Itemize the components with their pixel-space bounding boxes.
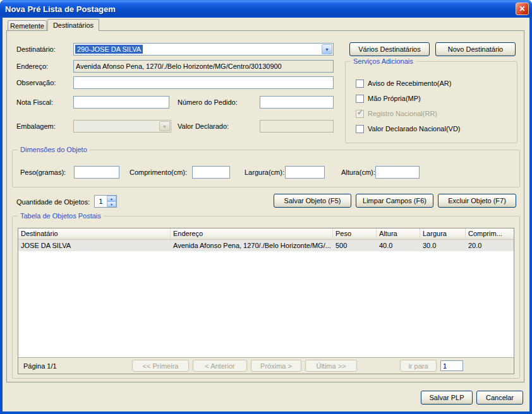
- tabela-objetos-group: Tabela de Objetos Postais Destinatário E…: [12, 216, 520, 379]
- numero-pedido-input[interactable]: [260, 96, 334, 109]
- destinatario-select[interactable]: 290-JOSE DA SILVA ▼: [73, 43, 334, 56]
- comprimento-label: Comprimento(cm):: [130, 168, 187, 177]
- altura-label: Altura(cm):: [341, 168, 375, 177]
- close-icon: ✕: [519, 4, 525, 13]
- col-header-largura[interactable]: Largura: [420, 228, 466, 239]
- dimensoes-group: Dimensões do Objeto Peso(gramas): Compri…: [12, 150, 520, 187]
- cell-destinatario: JOSE DA SILVA: [18, 240, 171, 251]
- numero-pedido-label: Número do Pedido:: [178, 98, 238, 107]
- down-glyph: ▼: [110, 203, 113, 206]
- observacao-label: Observação:: [16, 78, 56, 87]
- cell-largura: 30.0: [420, 240, 466, 251]
- page-number-input[interactable]: [440, 360, 463, 371]
- valor-declarado-field: [260, 120, 334, 133]
- altura-input[interactable]: [375, 166, 420, 179]
- col-header-destinatario[interactable]: Destinatário: [18, 228, 171, 239]
- chevron-glyph: ▼: [325, 47, 329, 52]
- anterior-button: < Anterior: [193, 360, 247, 372]
- tab-destinatarios[interactable]: Destinatários: [47, 19, 99, 31]
- table-pagination: Página 1/1 << Primeira < Anterior Próxim…: [18, 357, 514, 374]
- cell-peso: 500: [333, 240, 377, 251]
- spinner-up-icon[interactable]: ▲: [107, 196, 116, 201]
- checkbox-row-ar: ✓ Aviso de Recebimento(AR): [356, 79, 451, 88]
- dialog-body: Remetente Destinatários Destinatário: 29…: [3, 18, 529, 411]
- tab-remetente[interactable]: Remetente: [8, 20, 47, 30]
- excluir-objeto-button[interactable]: Excluir Objeto (F7): [438, 194, 516, 208]
- varios-destinatarios-button[interactable]: Vários Destinatários: [349, 42, 430, 56]
- salvar-plp-button[interactable]: Salvar PLP: [421, 391, 473, 405]
- checkbox-row-vd: ✓ Valor Declarado Nacional(VD): [356, 124, 461, 133]
- valor-declarado-label: Valor Declarado Nacional(VD): [368, 125, 461, 133]
- checkbox-row-rr: ✓ Registro Nacional(RR): [356, 109, 437, 118]
- close-button[interactable]: ✕: [516, 3, 529, 15]
- embalagem-select: ▼: [73, 120, 171, 133]
- destinatario-selected-value: 290-JOSE DA SILVA: [75, 45, 143, 54]
- tab-panel-destinatarios: Destinatário: 290-JOSE DA SILVA ▼ Vários…: [6, 30, 524, 382]
- nota-fiscal-input[interactable]: [73, 96, 169, 109]
- embalagem-label: Embalagem:: [16, 122, 56, 131]
- ultima-button: Última >>: [305, 360, 357, 372]
- servicos-adicionais-title: Serviços Adicionais: [351, 57, 416, 66]
- mao-propria-checkbox[interactable]: ✓: [356, 95, 364, 103]
- novo-destinatario-button[interactable]: Novo Destinatário: [435, 42, 516, 56]
- aviso-recebimento-checkbox[interactable]: ✓: [356, 80, 364, 88]
- cell-altura: 40.0: [377, 240, 420, 251]
- endereco-field: Avenida Afonso Pena, 1270/./Belo Horizon…: [73, 60, 334, 73]
- checkbox-row-mp: ✓ Mão Própria(MP): [356, 94, 421, 103]
- chevron-down-icon[interactable]: ▼: [322, 44, 332, 54]
- peso-input[interactable]: [74, 166, 119, 179]
- up-glyph: ▲: [110, 197, 113, 201]
- valor-declarado-field-label: Valor Declarado:: [178, 122, 229, 131]
- chevron-down-icon: ▼: [159, 121, 170, 131]
- observacao-input[interactable]: [73, 76, 334, 89]
- largura-input[interactable]: [285, 166, 325, 179]
- comprimento-input[interactable]: [192, 166, 230, 179]
- primeira-button: << Primeira: [132, 360, 189, 372]
- proxima-button: Próxima >: [251, 360, 301, 372]
- spinner-down-icon[interactable]: ▼: [107, 201, 116, 207]
- nota-fiscal-label: Nota Fiscal:: [16, 98, 53, 107]
- valor-declarado-checkbox[interactable]: ✓: [356, 125, 364, 133]
- col-header-altura[interactable]: Altura: [377, 228, 420, 239]
- mao-propria-label: Mão Própria(MP): [368, 95, 421, 102]
- col-header-endereco[interactable]: Endereço: [171, 228, 333, 239]
- check-icon: ✓: [357, 108, 363, 117]
- table-row[interactable]: JOSE DA SILVA Avenida Afonso Pena, 1270/…: [18, 240, 514, 251]
- registro-nacional-label: Registro Nacional(RR): [368, 110, 437, 117]
- table-header-row: Destinatário Endereço Peso Altura Largur…: [18, 228, 514, 240]
- dialog-window: Nova Pré Lista de Postagem ✕ Remetente D…: [0, 0, 532, 414]
- cell-endereco: Avenida Afonso Pena, 1270/./Belo Horizon…: [171, 240, 333, 251]
- limpar-campos-button[interactable]: Limpar Campos (F6): [356, 194, 433, 208]
- spinner-buttons: ▲ ▼: [107, 196, 116, 207]
- dimensoes-title: Dimensões do Objeto: [18, 145, 90, 154]
- peso-label: Peso(gramas):: [20, 168, 66, 177]
- title-bar[interactable]: Nova Pré Lista de Postagem ✕: [0, 0, 532, 18]
- tabela-objetos-title: Tabela de Objetos Postais: [18, 211, 104, 220]
- page-indicator: Página 1/1: [23, 362, 57, 370]
- largura-label: Largura(cm):: [245, 168, 284, 177]
- cell-comprimento: 20.0: [466, 240, 515, 251]
- quantidade-label: Quantidade de Objetos:: [16, 198, 90, 206]
- col-header-comprimento[interactable]: Comprim...: [466, 228, 515, 239]
- endereco-label: Endereço:: [16, 62, 48, 71]
- cancelar-button[interactable]: Cancelar: [476, 391, 523, 405]
- quantidade-stepper[interactable]: 1 ▲ ▼: [94, 195, 117, 208]
- quantidade-value: 1: [95, 196, 107, 207]
- col-header-peso[interactable]: Peso: [333, 228, 377, 239]
- ir-para-button: ir para: [400, 360, 437, 372]
- window-title: Nova Pré Lista de Postagem: [5, 4, 116, 14]
- objetos-table: Destinatário Endereço Peso Altura Largur…: [18, 228, 514, 374]
- salvar-objeto-button[interactable]: Salvar Objeto (F5): [274, 194, 351, 208]
- destinatario-label: Destinatário:: [16, 45, 56, 54]
- chevron-glyph: ▼: [162, 124, 167, 129]
- registro-nacional-checkbox: ✓: [356, 110, 364, 118]
- servicos-adicionais-group: Serviços Adicionais ✓ Aviso de Recebimen…: [345, 61, 517, 143]
- table-empty-area: [18, 251, 514, 357]
- aviso-recebimento-label: Aviso de Recebimento(AR): [368, 80, 451, 87]
